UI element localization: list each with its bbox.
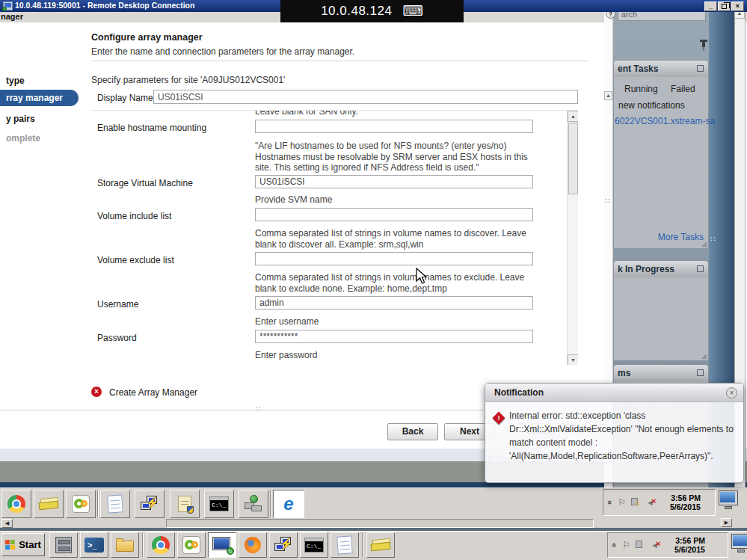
flag-icon[interactable]: ⚐: [618, 498, 626, 507]
notification-close-icon[interactable]: ×: [726, 387, 737, 399]
chrome-icon[interactable]: [1, 490, 31, 518]
chrome-icon[interactable]: [147, 532, 175, 558]
vsphere-client-icon[interactable]: [66, 490, 96, 518]
wizard-step-complete[interactable]: omplete: [6, 133, 40, 144]
site-parameters-label: Specify parameters for site 'A09JUS012VC…: [91, 75, 285, 85]
pin-icon[interactable]: [698, 39, 709, 52]
field-label-hostname-mounting: Enable hostname mounting: [97, 123, 206, 133]
network-plug-icon[interactable]: [636, 541, 645, 550]
collapse-box-icon[interactable]: [697, 265, 704, 272]
tray-time: 3:56 PM: [671, 493, 701, 502]
notepad-icon[interactable]: [100, 490, 130, 518]
password-input[interactable]: [255, 330, 533, 343]
command-prompt-icon[interactable]: C:\_: [204, 490, 234, 518]
panel-resize-grip-icon[interactable]: ◢: [701, 240, 707, 247]
work-in-progress-body: ◢: [614, 277, 708, 360]
strip-grip-icon[interactable]: ∷: [605, 197, 609, 205]
alarms-title: ms: [618, 368, 630, 378]
local-system-tray: « ⚐ ◄× 3:56 PM5/6/2015: [607, 532, 728, 558]
field-label-volume-include: Volume include list: [97, 211, 171, 221]
hostname-mounting-input[interactable]: [255, 120, 533, 133]
restore-button[interactable]: [718, 1, 731, 11]
collapse-box-icon[interactable]: [697, 369, 704, 376]
volume-exclude-help: Comma separated list of strings in volum…: [255, 272, 542, 294]
work-in-progress-panel: k In Progress ◢: [613, 260, 709, 360]
filter-failed[interactable]: Failed: [671, 84, 695, 94]
flag-icon[interactable]: ⚐: [622, 541, 630, 550]
tray-clock[interactable]: 3:56 PM5/6/2015: [666, 536, 705, 554]
vsphere-client-icon[interactable]: [177, 532, 206, 558]
firefox-icon[interactable]: [239, 532, 267, 558]
command-prompt-icon[interactable]: C:\_: [300, 532, 328, 558]
taskbar-empty-band: [166, 519, 594, 528]
recent-tasks-header[interactable]: ent Tasks: [614, 61, 708, 77]
yellow-book-icon[interactable]: [366, 532, 395, 558]
windows-logo-icon: [5, 539, 16, 550]
powershell-icon[interactable]: >_: [80, 532, 108, 558]
filter-running[interactable]: Running: [624, 84, 658, 94]
status-text: Create Array Manager: [109, 387, 197, 398]
display-name-label: Display Name:: [97, 93, 156, 103]
alarms-header[interactable]: ms: [614, 365, 708, 381]
remote-desktop-icon[interactable]: ↻: [208, 532, 236, 558]
username-help: Enter username: [255, 316, 542, 327]
tray-expand-icon[interactable]: «: [606, 500, 615, 505]
task-link[interactable]: 6022VCS001.xstream-sa: [615, 116, 715, 126]
field-label-volume-exclude: Volume exclude list: [97, 255, 174, 265]
hostname-mounting-help: "Are LIF hostnames to be used for NFS mo…: [255, 141, 542, 173]
yellow-book-icon[interactable]: [34, 490, 64, 518]
recent-tasks-panel: ent Tasks Running Failed new notificatio…: [613, 60, 709, 248]
resize-grip-icon[interactable]: ∷: [256, 404, 260, 413]
wizard-step-type[interactable]: type: [6, 76, 25, 86]
keyboard-icon: ⌨: [402, 4, 422, 18]
taskbar-scroll-left-icon[interactable]: ◀: [1, 519, 13, 528]
internet-explorer-icon[interactable]: e: [273, 490, 304, 518]
muted-speaker-icon[interactable]: ◄×: [646, 498, 657, 507]
form-scrollbar[interactable]: ▲ ▼: [567, 111, 578, 365]
script-uac-icon[interactable]: [170, 490, 200, 518]
rdp-window-title: 10.0.48.119:50001 - Remote Desktop Conne…: [15, 1, 194, 10]
putty-icon[interactable]: ⚡: [269, 532, 298, 558]
muted-speaker-icon[interactable]: ◄×: [651, 541, 661, 550]
windows-explorer-icon[interactable]: [111, 532, 139, 558]
putty-icon[interactable]: ⚡: [135, 490, 165, 518]
field-label-password: Password: [97, 333, 137, 343]
volume-exclude-input[interactable]: [255, 252, 533, 265]
wizard-step-array-manager[interactable]: rray manager: [0, 90, 79, 106]
rdp-connection-bar[interactable]: 10.0.48.124 ⌨: [280, 0, 464, 22]
notepad-icon[interactable]: [331, 532, 359, 558]
clipped-help-text: Leave blank for SAN only.: [255, 110, 358, 117]
start-button[interactable]: Start: [1, 533, 45, 556]
field-label-svm: Storage Virtual Machine: [97, 178, 193, 188]
tray-clock[interactable]: 3:56 PM5/6/2015: [662, 493, 701, 511]
minimize-button[interactable]: _: [704, 1, 717, 11]
form-scrollbar-thumb[interactable]: [568, 123, 578, 194]
wizard-step-array-pairs[interactable]: y pairs: [6, 114, 35, 124]
taskbar-scroll-right-icon[interactable]: ▶: [721, 518, 732, 527]
scroll-up-icon[interactable]: ▲: [568, 111, 578, 122]
panel-resize-grip-icon[interactable]: ◢: [701, 352, 707, 360]
display-name-input[interactable]: [153, 90, 578, 104]
notification-header[interactable]: Notification ×: [485, 384, 743, 402]
network-warning-icon[interactable]: ⚠: [631, 498, 641, 507]
svm-input[interactable]: [255, 175, 533, 188]
collapse-box-icon[interactable]: [697, 65, 704, 72]
error-diamond-icon: !: [493, 412, 505, 425]
recent-tasks-title: ent Tasks: [618, 64, 658, 74]
taskbar-separator: [142, 533, 144, 557]
server-manager-icon[interactable]: [49, 532, 78, 558]
recent-tasks-body: Running Failed new notifications 6022VCS…: [614, 77, 708, 248]
column-grip-icon[interactable]: ∷: [710, 235, 715, 243]
scroll-down-icon[interactable]: ▼: [568, 354, 578, 365]
volume-include-input[interactable]: [255, 208, 533, 221]
tray-expand-icon[interactable]: «: [610, 543, 619, 547]
network-server-icon[interactable]: [239, 490, 268, 518]
strip-up-icon[interactable]: ▲: [604, 91, 612, 100]
volume-include-help: Comma separated list of strings in volum…: [255, 228, 542, 250]
tray-date: 5/6/2015: [670, 502, 701, 511]
work-in-progress-header[interactable]: k In Progress: [614, 261, 708, 277]
username-input[interactable]: [255, 296, 533, 310]
back-button[interactable]: Back: [387, 423, 438, 440]
more-tasks-link[interactable]: More Tasks: [658, 232, 704, 242]
close-button[interactable]: ×: [731, 1, 744, 11]
